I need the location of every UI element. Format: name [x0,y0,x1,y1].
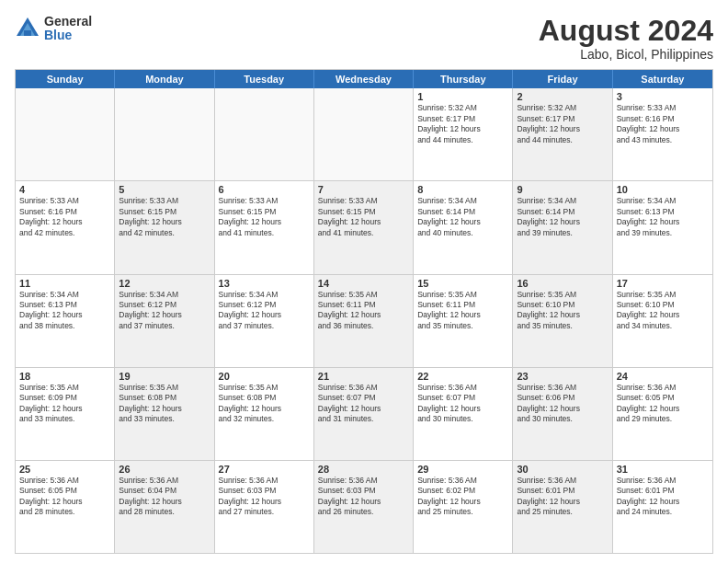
cell-info-17: Sunrise: 5:35 AM Sunset: 6:10 PM Dayligh… [617,290,709,332]
cal-row-2: 4Sunrise: 5:33 AM Sunset: 6:16 PM Daylig… [16,180,712,273]
main-title: August 2024 [539,15,713,47]
cal-cell-2-4: 7Sunrise: 5:33 AM Sunset: 6:15 PM Daylig… [314,181,414,273]
cal-cell-1-7: 3Sunrise: 5:33 AM Sunset: 6:16 PM Daylig… [613,88,712,180]
cal-row-5: 25Sunrise: 5:36 AM Sunset: 6:05 PM Dayli… [16,460,712,553]
cal-cell-1-2 [115,88,214,180]
cell-info-30: Sunrise: 5:36 AM Sunset: 6:01 PM Dayligh… [517,476,608,518]
day-number-24: 24 [617,371,709,382]
cal-row-3: 11Sunrise: 5:34 AM Sunset: 6:13 PM Dayli… [16,274,712,367]
day-number-4: 4 [19,184,110,195]
cell-info-12: Sunrise: 5:34 AM Sunset: 6:12 PM Dayligh… [119,290,210,332]
cal-cell-4-4: 21Sunrise: 5:36 AM Sunset: 6:07 PM Dayli… [314,368,414,460]
day-number-16: 16 [517,278,608,289]
day-number-6: 6 [219,184,310,195]
cal-cell-3-3: 13Sunrise: 5:34 AM Sunset: 6:12 PM Dayli… [215,275,314,367]
cal-cell-1-6: 2Sunrise: 5:32 AM Sunset: 6:17 PM Daylig… [513,88,612,180]
cell-info-6: Sunrise: 5:33 AM Sunset: 6:15 PM Dayligh… [219,196,310,238]
header-tuesday: Tuesday [215,70,314,88]
cal-cell-2-6: 9Sunrise: 5:34 AM Sunset: 6:14 PM Daylig… [513,181,612,273]
logo-general-text: General [44,15,92,29]
day-number-13: 13 [219,278,310,289]
day-number-25: 25 [19,464,110,475]
day-number-10: 10 [617,184,709,195]
day-number-29: 29 [417,464,508,475]
cal-row-4: 18Sunrise: 5:35 AM Sunset: 6:09 PM Dayli… [16,367,712,460]
cell-info-27: Sunrise: 5:36 AM Sunset: 6:03 PM Dayligh… [219,476,310,518]
cell-info-1: Sunrise: 5:32 AM Sunset: 6:17 PM Dayligh… [417,103,508,145]
day-number-14: 14 [318,278,409,289]
cal-cell-5-3: 27Sunrise: 5:36 AM Sunset: 6:03 PM Dayli… [215,461,314,553]
calendar-header: SundayMondayTuesdayWednesdayThursdayFrid… [16,70,712,88]
cell-info-16: Sunrise: 5:35 AM Sunset: 6:10 PM Dayligh… [517,290,608,332]
cal-cell-3-4: 14Sunrise: 5:35 AM Sunset: 6:11 PM Dayli… [314,275,414,367]
cal-cell-3-7: 17Sunrise: 5:35 AM Sunset: 6:10 PM Dayli… [613,275,712,367]
cell-info-15: Sunrise: 5:35 AM Sunset: 6:11 PM Dayligh… [417,290,508,332]
cal-cell-1-4 [314,88,414,180]
cell-info-14: Sunrise: 5:35 AM Sunset: 6:11 PM Dayligh… [318,290,409,332]
cell-info-10: Sunrise: 5:34 AM Sunset: 6:13 PM Dayligh… [617,196,709,238]
title-area: August 2024 Labo, Bicol, Philippines [539,15,713,62]
cal-cell-4-3: 20Sunrise: 5:35 AM Sunset: 6:08 PM Dayli… [215,368,314,460]
cal-cell-5-7: 31Sunrise: 5:36 AM Sunset: 6:01 PM Dayli… [613,461,712,553]
cal-cell-5-4: 28Sunrise: 5:36 AM Sunset: 6:03 PM Dayli… [314,461,414,553]
cal-cell-3-5: 15Sunrise: 5:35 AM Sunset: 6:11 PM Dayli… [414,275,513,367]
cell-info-3: Sunrise: 5:33 AM Sunset: 6:16 PM Dayligh… [617,103,709,145]
cal-cell-5-5: 29Sunrise: 5:36 AM Sunset: 6:02 PM Dayli… [414,461,513,553]
cal-cell-3-6: 16Sunrise: 5:35 AM Sunset: 6:10 PM Dayli… [513,275,612,367]
cal-cell-3-1: 11Sunrise: 5:34 AM Sunset: 6:13 PM Dayli… [16,275,115,367]
cell-info-2: Sunrise: 5:32 AM Sunset: 6:17 PM Dayligh… [517,103,608,145]
cell-info-25: Sunrise: 5:36 AM Sunset: 6:05 PM Dayligh… [19,476,110,518]
header: General Blue August 2024 Labo, Bicol, Ph… [15,15,713,62]
cal-cell-4-5: 22Sunrise: 5:36 AM Sunset: 6:07 PM Dayli… [414,368,513,460]
cal-cell-4-7: 24Sunrise: 5:36 AM Sunset: 6:05 PM Dayli… [613,368,712,460]
cal-cell-5-1: 25Sunrise: 5:36 AM Sunset: 6:05 PM Dayli… [16,461,115,553]
cell-info-29: Sunrise: 5:36 AM Sunset: 6:02 PM Dayligh… [417,476,508,518]
cell-info-5: Sunrise: 5:33 AM Sunset: 6:15 PM Dayligh… [119,196,210,238]
cell-info-8: Sunrise: 5:34 AM Sunset: 6:14 PM Dayligh… [417,196,508,238]
calendar-body: 1Sunrise: 5:32 AM Sunset: 6:17 PM Daylig… [16,88,712,553]
day-number-3: 3 [617,91,709,102]
day-number-20: 20 [219,371,310,382]
cell-info-22: Sunrise: 5:36 AM Sunset: 6:07 PM Dayligh… [417,383,508,425]
day-number-28: 28 [318,464,409,475]
day-number-22: 22 [417,371,508,382]
cell-info-9: Sunrise: 5:34 AM Sunset: 6:14 PM Dayligh… [517,196,608,238]
day-number-9: 9 [517,184,608,195]
cal-cell-2-3: 6Sunrise: 5:33 AM Sunset: 6:15 PM Daylig… [215,181,314,273]
day-number-12: 12 [119,278,210,289]
header-friday: Friday [513,70,612,88]
cell-info-31: Sunrise: 5:36 AM Sunset: 6:01 PM Dayligh… [617,476,709,518]
day-number-21: 21 [318,371,409,382]
cell-info-7: Sunrise: 5:33 AM Sunset: 6:15 PM Dayligh… [318,196,409,238]
day-number-1: 1 [417,91,508,102]
cal-cell-3-2: 12Sunrise: 5:34 AM Sunset: 6:12 PM Dayli… [115,275,214,367]
cal-cell-4-1: 18Sunrise: 5:35 AM Sunset: 6:09 PM Dayli… [16,368,115,460]
logo-blue-text: Blue [44,29,92,42]
cal-cell-5-6: 30Sunrise: 5:36 AM Sunset: 6:01 PM Dayli… [513,461,612,553]
header-wednesday: Wednesday [314,70,414,88]
day-number-5: 5 [119,184,210,195]
cell-info-18: Sunrise: 5:35 AM Sunset: 6:09 PM Dayligh… [19,383,110,425]
day-number-26: 26 [119,464,210,475]
cal-row-1: 1Sunrise: 5:32 AM Sunset: 6:17 PM Daylig… [16,88,712,180]
header-saturday: Saturday [613,70,712,88]
cal-cell-1-1 [16,88,115,180]
cal-cell-2-5: 8Sunrise: 5:34 AM Sunset: 6:14 PM Daylig… [414,181,513,273]
calendar: SundayMondayTuesdayWednesdayThursdayFrid… [15,69,713,554]
cell-info-13: Sunrise: 5:34 AM Sunset: 6:12 PM Dayligh… [219,290,310,332]
logo-icon [15,16,40,41]
cell-info-19: Sunrise: 5:35 AM Sunset: 6:08 PM Dayligh… [119,383,210,425]
cell-info-20: Sunrise: 5:35 AM Sunset: 6:08 PM Dayligh… [219,383,310,425]
day-number-7: 7 [318,184,409,195]
day-number-30: 30 [517,464,608,475]
subtitle: Labo, Bicol, Philippines [539,47,713,62]
day-number-31: 31 [617,464,709,475]
day-number-27: 27 [219,464,310,475]
cal-cell-1-5: 1Sunrise: 5:32 AM Sunset: 6:17 PM Daylig… [414,88,513,180]
cal-cell-4-6: 23Sunrise: 5:36 AM Sunset: 6:06 PM Dayli… [513,368,612,460]
cell-info-23: Sunrise: 5:36 AM Sunset: 6:06 PM Dayligh… [517,383,608,425]
header-monday: Monday [115,70,214,88]
day-number-11: 11 [19,278,110,289]
cal-cell-4-2: 19Sunrise: 5:35 AM Sunset: 6:08 PM Dayli… [115,368,214,460]
cell-info-21: Sunrise: 5:36 AM Sunset: 6:07 PM Dayligh… [318,383,409,425]
